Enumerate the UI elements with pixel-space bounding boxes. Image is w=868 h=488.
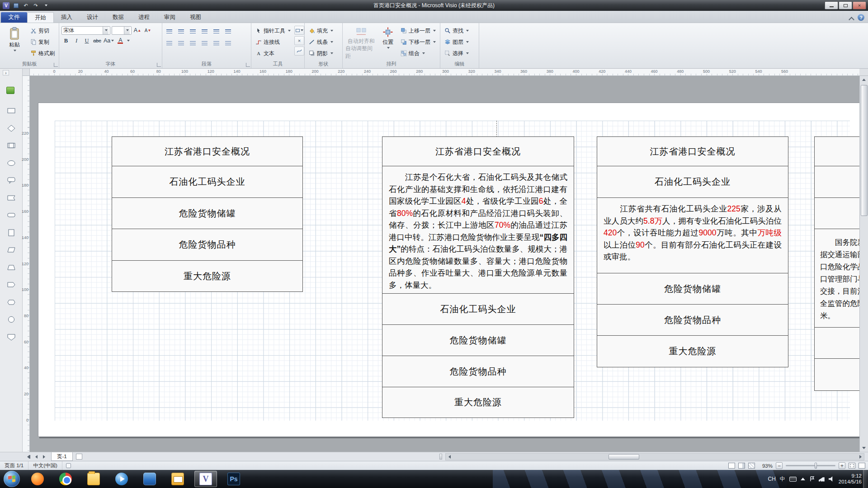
input-indicator-ch[interactable]: CH (768, 476, 775, 482)
italic-button[interactable]: I (72, 36, 81, 45)
fill-button[interactable]: 填充 (307, 26, 335, 36)
tab-视图[interactable]: 视图 (183, 12, 208, 23)
page-tab[interactable]: 页-1 (51, 452, 73, 461)
input-indicator-lang[interactable]: 中 (780, 475, 785, 483)
dialog-launcher-icon[interactable] (54, 63, 58, 67)
position-button[interactable]: 位置 (379, 24, 397, 61)
maximize-button[interactable] (839, 1, 852, 9)
help-icon[interactable]: ? (858, 14, 864, 21)
font-size-combobox[interactable] (112, 26, 132, 35)
shape-diamond-icon[interactable] (5, 123, 18, 134)
shape-box-empty[interactable] (814, 166, 859, 198)
align-top-button[interactable] (200, 39, 209, 48)
page-indicator[interactable]: 页面 1/1 (0, 461, 28, 470)
volume-icon[interactable] (829, 476, 835, 482)
shape-box-header[interactable]: 石油化工码头企业 (597, 166, 788, 198)
shape-ellipse-icon[interactable] (5, 158, 18, 169)
tab-file[interactable]: 文件 (1, 12, 27, 23)
expand-shapes-button[interactable]: › (3, 70, 9, 75)
undo-button[interactable]: ↶ (22, 2, 29, 9)
shape-trapezoid-icon[interactable] (5, 262, 18, 273)
keyboard-icon[interactable] (789, 477, 797, 482)
tab-进程[interactable]: 进程 (131, 12, 157, 23)
normal-view-icon[interactable] (728, 463, 735, 469)
shape-box-empty[interactable] (814, 327, 859, 359)
shape-box-header[interactable]: 江苏省港口安全概况 (382, 136, 574, 166)
shape-box-header[interactable]: 危险货物品种 (112, 229, 303, 261)
cut-button[interactable]: 剪切 (28, 26, 57, 36)
font-size-dropdown[interactable] (124, 27, 130, 34)
scroll-right-button[interactable] (857, 454, 864, 460)
tray-expand-icon[interactable] (801, 478, 805, 480)
scroll-up-button[interactable] (860, 76, 868, 84)
macro-record-icon[interactable] (66, 463, 71, 468)
zoom-in-button[interactable]: + (839, 462, 845, 469)
shape-circle-icon[interactable] (5, 314, 18, 325)
previous-page-button[interactable] (33, 453, 40, 460)
start-button[interactable] (4, 471, 20, 487)
taskbar-messenger-icon[interactable] (138, 471, 161, 487)
increase-indent-button[interactable] (188, 27, 197, 36)
tab-设计[interactable]: 设计 (80, 12, 105, 23)
show-desktop-button[interactable] (863, 470, 868, 488)
taskbar-media-player-icon[interactable] (110, 471, 133, 487)
action-center-icon[interactable] (809, 476, 815, 482)
shape-rectangle-icon[interactable] (5, 105, 18, 116)
shape-pentagon-icon[interactable] (5, 279, 18, 290)
shape-box-empty[interactable] (814, 136, 859, 166)
tab-审阅[interactable]: 审阅 (157, 12, 183, 23)
shape-box-header[interactable]: 危险货物品种 (597, 304, 788, 336)
shape-box-header[interactable]: 重大危险源 (597, 335, 788, 367)
align-right-button[interactable] (188, 39, 197, 48)
next-page-button[interactable] (40, 453, 48, 460)
shape-box-header[interactable]: 重大危险源 (112, 260, 303, 292)
pointer-tool-button[interactable]: 指针工具 (254, 26, 292, 36)
text-tool-button[interactable]: A 文本 (254, 48, 292, 58)
font-color-button[interactable]: A (116, 36, 125, 45)
close-button[interactable]: × (853, 1, 866, 9)
freeform-tool-button[interactable] (294, 47, 304, 56)
zoom-slider[interactable] (786, 465, 835, 466)
zoom-slider-thumb[interactable] (815, 463, 817, 469)
shape-box-header[interactable]: 石油化工码头企业 (382, 293, 574, 325)
group-button[interactable]: 组合 (399, 48, 438, 58)
scrollbar-splitter[interactable] (439, 454, 442, 460)
select-button[interactable]: 选择 (443, 48, 471, 58)
layers-button[interactable]: 图层 (443, 37, 471, 47)
shape-box-header[interactable]: 江苏省港口安全概况 (597, 136, 788, 166)
horizontal-scrollbar[interactable] (445, 453, 864, 460)
shape-rounded-rectangle-icon[interactable] (5, 210, 18, 221)
taskbar-photoshop-icon[interactable]: Ps (222, 471, 245, 487)
taskbar-clock[interactable]: 9:12 2014/5/16 (839, 473, 862, 485)
shrink-font-button[interactable]: A▼ (143, 26, 152, 35)
qat-customize-button[interactable] (42, 2, 49, 9)
vertical-scroll-thumb[interactable] (861, 85, 868, 216)
shape-box-header[interactable]: 危险货物储罐 (112, 197, 303, 229)
rectangle-tool-button[interactable] (294, 26, 304, 35)
align-bottom-button[interactable] (223, 39, 232, 48)
shape-tall-rectangle-icon[interactable] (5, 227, 18, 238)
paste-button[interactable]: 粘贴 (2, 24, 27, 61)
scroll-left-button[interactable] (446, 454, 453, 460)
bring-forward-button[interactable]: 上移一层 (399, 26, 438, 36)
shadow-button[interactable]: 阴影 (307, 48, 335, 58)
underline-button[interactable]: U (82, 36, 91, 45)
fit-page-button[interactable] (849, 463, 855, 469)
dialog-launcher-icon[interactable] (246, 63, 250, 67)
print-preview-icon[interactable] (748, 463, 755, 469)
format-painter-button[interactable]: 格式刷 (28, 48, 57, 58)
tab-开始[interactable]: 开始 (27, 12, 54, 23)
scroll-down-button[interactable] (860, 444, 868, 452)
shape-box-para[interactable]: 江苏是个石化大省，石油化工码头及其仓储式石化产业的基础支撑和生命线，依托沿江港口… (382, 166, 574, 294)
auto-align-button[interactable]: 自动对齐和 自动调整间距 (345, 24, 377, 61)
fullscreen-view-icon[interactable] (738, 463, 745, 469)
minimize-button[interactable] (825, 1, 838, 9)
drawing-page[interactable]: 江苏省港口安全概况石油化工码头企业危险货物储罐危险货物品种重大危险源江苏省港口安… (38, 103, 859, 437)
font-color-dropdown[interactable] (127, 40, 130, 42)
bullets-button[interactable] (165, 27, 174, 36)
bold-button[interactable]: B (61, 36, 71, 45)
redo-button[interactable]: ↷ (32, 2, 39, 9)
decrease-indent-button[interactable] (176, 27, 185, 36)
shape-box-para[interactable]: 江苏省共有石油化工码头企业225家，涉及从业人员大约5.8万人，拥有专业化石油化… (597, 197, 788, 273)
shape-box-header[interactable]: 危险货物品种 (382, 356, 574, 387)
